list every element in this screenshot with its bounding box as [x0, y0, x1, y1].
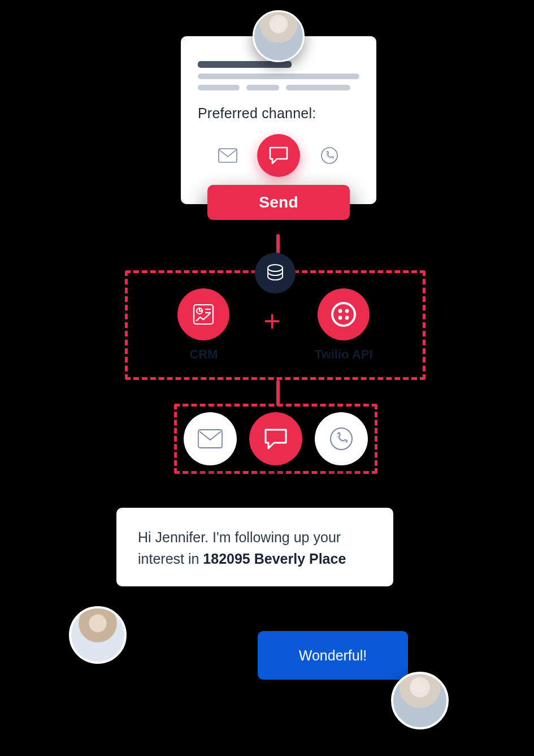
agent-avatar	[69, 606, 127, 664]
email-icon	[218, 148, 237, 163]
svg-point-9	[345, 309, 349, 313]
twilio-item: Twilio API	[315, 288, 373, 362]
twilio-icon-circle	[318, 288, 370, 340]
svg-rect-0	[219, 149, 237, 162]
customer-avatar	[391, 672, 449, 729]
send-button[interactable]: Send	[207, 185, 350, 220]
twilio-icon	[330, 301, 357, 328]
svg-point-8	[338, 309, 342, 313]
whatsapp-icon	[329, 426, 354, 451]
database-icon	[265, 263, 285, 283]
channel-chat-selected[interactable]	[257, 134, 300, 177]
agent-message-bold: 182095 Beverly Place	[203, 551, 346, 567]
svg-point-13	[331, 428, 352, 450]
output-email	[184, 412, 237, 465]
report-icon	[191, 302, 216, 327]
connector-line	[276, 380, 280, 406]
compose-card: Preferred channel: Send	[181, 36, 376, 204]
crm-label: CRM	[189, 347, 218, 362]
whatsapp-icon	[320, 146, 338, 165]
email-icon	[198, 429, 223, 448]
plus-icon: +	[263, 306, 280, 336]
database-badge	[255, 253, 296, 293]
output-chat-selected	[249, 412, 302, 465]
svg-point-11	[345, 316, 349, 320]
customer-avatar	[253, 10, 305, 62]
processing-box: CRM + Twilio API	[125, 270, 426, 380]
chat-icon	[263, 427, 289, 451]
user-message-bubble: Wonderful!	[258, 631, 408, 680]
channel-email[interactable]	[218, 145, 238, 166]
svg-point-10	[338, 316, 342, 320]
svg-rect-12	[198, 430, 222, 448]
svg-point-7	[332, 303, 355, 326]
svg-point-1	[322, 148, 337, 163]
svg-point-2	[268, 265, 283, 271]
crm-item: CRM	[177, 288, 229, 362]
channel-output-box	[174, 404, 377, 474]
preferred-channel-label: Preferred channel:	[198, 105, 359, 122]
output-whatsapp	[315, 412, 368, 465]
channel-row	[198, 134, 359, 177]
agent-message-bubble: Hi Jennifer. I'm following up your inter…	[116, 508, 393, 586]
channel-whatsapp[interactable]	[319, 145, 340, 166]
crm-icon-circle	[177, 288, 229, 340]
chat-icon	[268, 145, 289, 166]
twilio-label: Twilio API	[315, 347, 373, 362]
user-message-text: Wonderful!	[299, 647, 367, 664]
message-preview-skeleton	[198, 61, 359, 90]
